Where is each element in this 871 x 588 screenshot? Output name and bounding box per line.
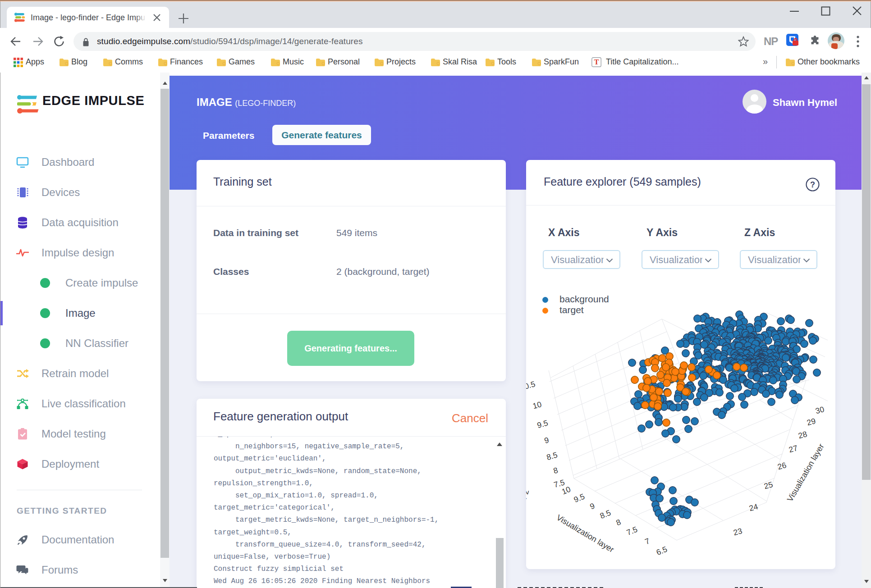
svg-text:23: 23 — [732, 526, 743, 537]
svg-text:24: 24 — [748, 502, 759, 513]
svg-text:27: 27 — [788, 443, 798, 454]
svg-text:10.5: 10.5 — [526, 379, 536, 392]
svg-text:9: 9 — [543, 435, 550, 445]
svg-text:9.5: 9.5 — [573, 492, 586, 505]
svg-text:29: 29 — [806, 416, 816, 427]
svg-text:9: 9 — [588, 501, 596, 511]
svg-text:8: 8 — [552, 465, 559, 475]
svg-text:6.5: 6.5 — [655, 545, 669, 557]
svg-text:?: ? — [810, 180, 815, 189]
svg-text:25: 25 — [763, 480, 774, 491]
svg-text:28: 28 — [797, 429, 808, 440]
svg-text:Visualization layer 2: Visualization layer 2 — [526, 488, 531, 560]
svg-text:26: 26 — [776, 460, 787, 471]
svg-text:7.5: 7.5 — [625, 525, 639, 538]
svg-text:T: T — [594, 58, 599, 66]
svg-text:9.5: 9.5 — [536, 418, 549, 430]
svg-text:8.5: 8.5 — [546, 450, 559, 462]
svg-text:8.5: 8.5 — [599, 508, 612, 521]
svg-text:7: 7 — [643, 536, 651, 546]
svg-text:8: 8 — [614, 517, 622, 527]
svg-text:Visualization layer: Visualization layer — [555, 513, 615, 554]
svg-text:30: 30 — [814, 405, 825, 415]
svg-text:10: 10 — [532, 400, 542, 410]
